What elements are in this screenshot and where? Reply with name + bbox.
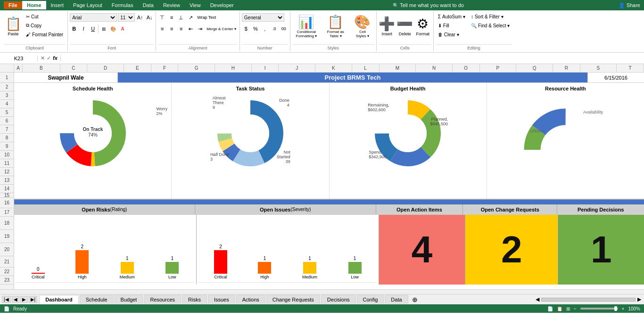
increase-font-button[interactable]: A↑: [136, 13, 144, 22]
col-d[interactable]: D: [87, 64, 124, 72]
row-10[interactable]: 10: [0, 151, 14, 159]
zoom-slider[interactable]: [580, 308, 618, 310]
scroll-right-btn[interactable]: ▶: [637, 296, 641, 302]
align-top-button[interactable]: ⊤: [158, 13, 166, 22]
col-q[interactable]: Q: [516, 64, 553, 72]
row-16[interactable]: 16: [0, 198, 14, 208]
autosum-button[interactable]: ΣAutoSum ▾: [436, 12, 468, 21]
next-sheet-button[interactable]: ▶: [20, 296, 28, 303]
fill-color-button[interactable]: 🎨: [109, 24, 117, 33]
underline-button[interactable]: U: [89, 24, 97, 33]
orientation-button[interactable]: ↗: [186, 13, 195, 22]
confirm-icon[interactable]: ✓: [47, 55, 51, 61]
comma-button[interactable]: ,: [261, 24, 269, 33]
view-normal[interactable]: 📄: [547, 306, 553, 311]
row-23[interactable]: 23: [0, 276, 14, 285]
h-scrollbar-track[interactable]: [541, 298, 636, 302]
align-left-button[interactable]: ≡: [158, 24, 166, 33]
increase-decimal-button[interactable]: 00: [280, 24, 288, 33]
row-9[interactable]: 9: [0, 142, 14, 151]
font-color-button[interactable]: A: [118, 24, 127, 33]
col-a[interactable]: A: [14, 64, 23, 72]
col-j[interactable]: J: [279, 64, 315, 72]
col-k[interactable]: K: [315, 64, 352, 72]
row-3[interactable]: 3: [0, 91, 14, 100]
wrap-text-button[interactable]: Wrap Text: [196, 13, 217, 22]
tab-schedule[interactable]: Schedule: [80, 295, 114, 304]
row-11[interactable]: 11: [0, 159, 14, 168]
function-icon[interactable]: fx: [53, 55, 58, 61]
col-m[interactable]: M: [380, 64, 416, 72]
bold-button[interactable]: B: [70, 24, 78, 33]
align-right-button[interactable]: ≡: [177, 24, 185, 33]
format-painter-button[interactable]: 🖌Format Painter: [24, 30, 66, 39]
row-5[interactable]: 5: [0, 108, 14, 117]
row-6[interactable]: 6: [0, 117, 14, 125]
formula-input[interactable]: [61, 56, 644, 61]
tab-config[interactable]: Config: [357, 295, 384, 304]
tab-change-requests[interactable]: Change Requests: [266, 295, 320, 304]
col-n[interactable]: N: [416, 64, 453, 72]
number-format-select[interactable]: General: [242, 13, 284, 22]
insert-button[interactable]: ➕ Insert: [379, 12, 396, 40]
tab-data[interactable]: Data: [385, 295, 408, 304]
delete-button[interactable]: ➖ Delete: [396, 12, 413, 40]
tab-insert[interactable]: Insert: [46, 1, 69, 9]
align-bottom-button[interactable]: ⊥: [177, 13, 185, 22]
add-sheet-button[interactable]: ⊕: [409, 294, 421, 305]
decrease-decimal-button[interactable]: .0: [270, 24, 279, 33]
h-scrollbar[interactable]: [0, 289, 644, 294]
format-button[interactable]: ⚙ Format: [414, 12, 431, 40]
row-14[interactable]: 14: [0, 185, 14, 193]
tab-data[interactable]: Data: [138, 1, 158, 9]
row-13[interactable]: 13: [0, 176, 14, 185]
fill-button[interactable]: ⬇Fill: [436, 21, 468, 30]
tab-issues[interactable]: Issues: [208, 295, 235, 304]
col-e[interactable]: E: [124, 64, 151, 72]
border-button[interactable]: ⊞: [99, 24, 108, 33]
row-17[interactable]: 17: [0, 208, 14, 217]
align-middle-button[interactable]: ≡: [167, 13, 176, 22]
zoom-out-btn[interactable]: −: [574, 306, 577, 311]
row-2[interactable]: 2: [0, 83, 14, 91]
cell-reference[interactable]: K23: [0, 56, 38, 61]
merge-center-button[interactable]: Merge & Center ▾: [205, 24, 238, 33]
row-22[interactable]: 22: [0, 268, 14, 276]
row-7[interactable]: 7: [0, 125, 14, 134]
sort-filter-button[interactable]: ↕Sort & Filter ▾: [469, 12, 512, 21]
decrease-font-button[interactable]: A↓: [145, 13, 154, 22]
col-b[interactable]: B: [23, 64, 60, 72]
col-c[interactable]: C: [60, 64, 88, 72]
share-button[interactable]: 👤 Share: [619, 2, 640, 8]
tab-view[interactable]: View: [185, 1, 206, 9]
row-1[interactable]: 1: [0, 73, 14, 83]
cut-button[interactable]: ✂Cut: [24, 12, 66, 21]
percent-button[interactable]: %: [251, 24, 260, 33]
scroll-left-btn[interactable]: ◀: [536, 296, 539, 302]
tab-review[interactable]: Review: [158, 1, 185, 9]
currency-button[interactable]: $: [242, 24, 250, 33]
clear-button[interactable]: 🗑Clear ▾: [436, 30, 468, 39]
col-o[interactable]: O: [453, 64, 480, 72]
col-r[interactable]: R: [553, 64, 580, 72]
tab-formulas[interactable]: Formulas: [107, 1, 138, 9]
col-l[interactable]: L: [352, 64, 380, 72]
col-p[interactable]: P: [480, 64, 517, 72]
tab-dashboard[interactable]: Dashboard: [39, 295, 78, 304]
prev-sheet-button[interactable]: ◀: [12, 296, 19, 303]
first-sheet-button[interactable]: |◀: [2, 296, 11, 303]
row-8[interactable]: 8: [0, 134, 14, 142]
font-size-select[interactable]: 11: [118, 13, 135, 22]
copy-button[interactable]: ⧉Copy: [24, 21, 66, 30]
row-18[interactable]: 18: [0, 217, 14, 230]
align-center-button[interactable]: ≡: [167, 24, 176, 33]
tab-budget[interactable]: Budget: [115, 295, 143, 304]
view-layout[interactable]: 📋: [557, 306, 562, 311]
col-i[interactable]: I: [252, 64, 279, 72]
paste-button[interactable]: 📋 Paste: [4, 12, 23, 40]
conditional-formatting-button[interactable]: 📊 ConditionalFormatting ▾: [292, 12, 321, 40]
zoom-in-btn[interactable]: +: [622, 306, 625, 311]
last-sheet-button[interactable]: ▶|: [29, 296, 38, 303]
row-4[interactable]: 4: [0, 100, 14, 108]
row-21[interactable]: 21: [0, 256, 14, 268]
